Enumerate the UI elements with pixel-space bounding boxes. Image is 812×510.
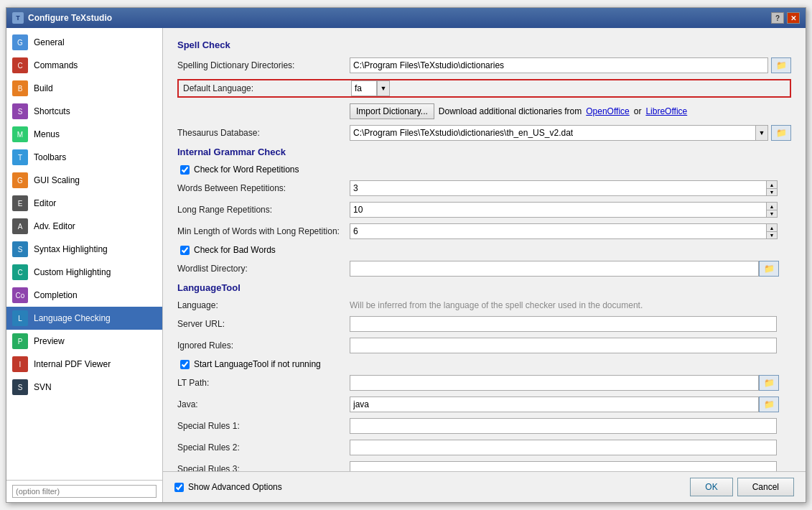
min-length-input[interactable]: [350, 223, 766, 239]
sidebar-item-guiscaling[interactable]: G GUI Scaling: [6, 169, 162, 192]
words-between-up[interactable]: ▲: [766, 180, 778, 188]
ok-button[interactable]: OK: [690, 478, 732, 496]
sidebar-item-completion[interactable]: Co Completion: [6, 284, 162, 307]
ignored-rules-input[interactable]: [350, 338, 777, 353]
sidebar-item-custom[interactable]: C Custom Highlighting: [6, 261, 162, 284]
sidebar-item-shortcuts[interactable]: S Shortcuts: [6, 100, 162, 123]
special-rules-2-input[interactable]: [350, 440, 777, 455]
guiscaling-icon: G: [12, 172, 28, 188]
check-bad-words-label: Check for Bad Words: [194, 245, 276, 255]
openoffice-link[interactable]: OpenOffice: [586, 106, 629, 116]
help-button[interactable]: ?: [771, 12, 784, 24]
cancel-button[interactable]: Cancel: [737, 478, 794, 496]
check-repetitions-checkbox[interactable]: [180, 165, 190, 175]
sidebar-item-adveditor[interactable]: A Adv. Editor: [6, 215, 162, 238]
wordlist-dir-label: Wordlist Directory:: [177, 264, 350, 274]
sidebar-item-preview[interactable]: P Preview: [6, 330, 162, 353]
wordlist-dir-browse-button[interactable]: 📁: [759, 261, 779, 277]
import-dictionary-button[interactable]: Import Dictionary...: [350, 103, 434, 119]
special-rules-3-label: Special Rules 3:: [177, 464, 350, 471]
sidebar-item-commands[interactable]: C Commands: [6, 54, 162, 77]
langcheck-icon: L: [12, 310, 28, 326]
download-text: Download additional dictionaries from: [439, 106, 582, 116]
sidebar-item-build[interactable]: B Build: [6, 77, 162, 100]
java-input[interactable]: [350, 397, 759, 412]
spelling-dict-input[interactable]: [350, 57, 768, 73]
sidebar-label-svn: SVN: [34, 382, 52, 392]
show-advanced-checkbox[interactable]: [174, 483, 184, 492]
svn-icon: S: [12, 379, 28, 395]
special-rules-3-row: Special Rules 3:: [177, 461, 791, 471]
languagetool-title: LanguageTool: [177, 282, 791, 293]
special-rules-1-input[interactable]: [350, 418, 777, 434]
sidebar-item-editor[interactable]: E Editor: [6, 192, 162, 215]
server-url-input[interactable]: [350, 316, 777, 332]
lt-path-input[interactable]: [350, 375, 759, 391]
spelling-dict-browse-button[interactable]: 📁: [771, 57, 791, 73]
sidebar-label-completion: Completion: [34, 290, 78, 300]
thesaurus-input[interactable]: [350, 125, 755, 141]
sidebar-label-shortcuts: Shortcuts: [34, 106, 70, 116]
check-bad-words-row: Check for Bad Words: [177, 245, 791, 255]
sidebar-item-syntax[interactable]: S Syntax Highlighting: [6, 238, 162, 261]
sidebar-item-svn[interactable]: S SVN: [6, 376, 162, 399]
check-repetitions-row: Check for Word Repetitions: [177, 164, 791, 175]
sidebar-label-pdfviewer: Internal PDF Viewer: [34, 359, 111, 369]
thesaurus-browse-button[interactable]: 📁: [771, 125, 791, 141]
long-range-spinbtns: ▲ ▼: [766, 202, 778, 218]
lt-path-browse-icon: 📁: [764, 378, 775, 388]
general-icon: G: [12, 34, 28, 50]
words-between-down[interactable]: ▼: [766, 188, 778, 196]
close-button[interactable]: ✕: [787, 12, 800, 24]
default-lang-input[interactable]: [351, 80, 377, 96]
shortcuts-icon: S: [12, 103, 28, 119]
long-range-spinbox: ▲ ▼: [350, 202, 778, 218]
sidebar-item-langcheck[interactable]: L Language Checking: [6, 307, 162, 330]
special-rules-1-row: Special Rules 1:: [177, 418, 791, 434]
editor-icon: E: [12, 195, 28, 211]
words-between-spinbox: ▲ ▼: [350, 180, 778, 196]
long-range-input[interactable]: [350, 202, 766, 218]
main-content: Spell Check Spelling Dictionary Director…: [163, 28, 806, 471]
sidebar-item-toolbars[interactable]: T Toolbars: [6, 146, 162, 169]
long-range-down[interactable]: ▼: [766, 210, 778, 218]
thesaurus-dropdown[interactable]: ▼: [755, 125, 768, 141]
build-icon: B: [12, 80, 28, 96]
syntax-icon: S: [12, 241, 28, 257]
wordlist-dir-input[interactable]: [350, 261, 759, 277]
commands-icon: C: [12, 57, 28, 73]
check-bad-words-checkbox[interactable]: [180, 246, 190, 255]
sidebar-label-guiscaling: GUI Scaling: [34, 175, 80, 185]
sidebar-label-custom: Custom Highlighting: [34, 267, 111, 277]
sidebar-label-build: Build: [34, 83, 53, 93]
sidebar-item-general[interactable]: G General: [6, 31, 162, 54]
min-length-up[interactable]: ▲: [766, 223, 778, 231]
grammar-title: Internal Grammar Check: [177, 147, 791, 157]
sidebar-label-langcheck: Language Checking: [34, 313, 111, 323]
long-range-up[interactable]: ▲: [766, 202, 778, 210]
wordlist-dir-row: Wordlist Directory: 📁: [177, 261, 791, 277]
sidebar-label-general: General: [34, 37, 65, 47]
start-lt-checkbox[interactable]: [180, 360, 190, 369]
sidebar-item-pdfviewer[interactable]: I Internal PDF Viewer: [6, 353, 162, 376]
option-filter-input[interactable]: [12, 485, 157, 498]
or-text: or: [634, 106, 642, 116]
special-rules-2-label: Special Rules 2:: [177, 442, 350, 453]
lt-language-row: Language: Will be inferred from the lang…: [177, 300, 791, 310]
adveditor-icon: A: [12, 218, 28, 234]
ignored-rules-row: Ignored Rules:: [177, 338, 791, 353]
main-panel: Spell Check Spelling Dictionary Director…: [163, 28, 806, 502]
server-url-row: Server URL:: [177, 316, 791, 332]
lt-language-value: Will be inferred from the language of th…: [350, 300, 643, 310]
toolbars-icon: T: [12, 149, 28, 165]
default-lang-dropdown[interactable]: ▼: [377, 80, 390, 96]
long-range-row: Long Range Repetitions: ▲ ▼: [177, 202, 791, 218]
special-rules-3-input[interactable]: [350, 461, 777, 471]
libreoffice-link[interactable]: LibreOffice: [645, 106, 687, 116]
words-between-input[interactable]: [350, 180, 766, 196]
browse-icon: 📁: [776, 60, 787, 70]
min-length-down[interactable]: ▼: [766, 231, 778, 239]
java-browse-button[interactable]: 📁: [759, 397, 779, 412]
sidebar-item-menus[interactable]: M Menus: [6, 123, 162, 146]
lt-path-browse-button[interactable]: 📁: [759, 375, 779, 391]
